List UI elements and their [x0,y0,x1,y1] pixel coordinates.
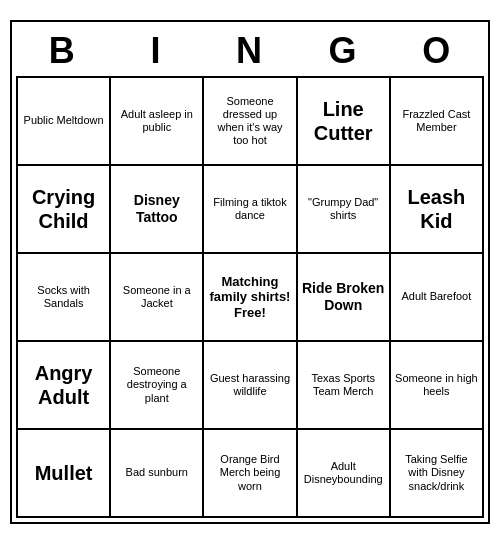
cell-text: "Grumpy Dad" shirts [302,196,385,222]
bingo-cell: Socks with Sandals [18,254,111,342]
bingo-cell: Adult Barefoot [391,254,484,342]
bingo-cell: "Grumpy Dad" shirts [298,166,391,254]
bingo-cell: Adult Disneybounding [298,430,391,518]
header-letter: G [297,26,391,76]
bingo-cell: Public Meltdown [18,78,111,166]
bingo-cell: Someone dressed up when it's way too hot [204,78,297,166]
bingo-cell: Texas Sports Team Merch [298,342,391,430]
cell-text: Bad sunburn [126,466,188,479]
cell-text: Guest harassing wildlife [208,372,291,398]
cell-text: Line Cutter [302,97,385,145]
bingo-cell: Filming a tiktok dance [204,166,297,254]
bingo-grid: Public MeltdownAdult asleep in publicSom… [16,76,484,518]
cell-text: Disney Tattoo [115,192,198,226]
cell-text: Mullet [35,461,93,485]
cell-text: Someone dressed up when it's way too hot [208,95,291,148]
cell-text: Someone in high heels [395,372,478,398]
bingo-cell: Line Cutter [298,78,391,166]
cell-text: Someone destroying a plant [115,365,198,405]
cell-text: Angry Adult [22,361,105,409]
bingo-cell: Taking Selfie with Disney snack/drink [391,430,484,518]
bingo-cell: Someone destroying a plant [111,342,204,430]
cell-text: Socks with Sandals [22,284,105,310]
cell-text: Orange Bird Merch being worn [208,453,291,493]
cell-text: Adult Barefoot [402,290,472,303]
bingo-cell: Matching family shirts! Free! [204,254,297,342]
bingo-card: BINGO Public MeltdownAdult asleep in pub… [10,20,490,524]
bingo-cell: Someone in a Jacket [111,254,204,342]
bingo-cell: Ride Broken Down [298,254,391,342]
cell-text: Texas Sports Team Merch [302,372,385,398]
cell-text: Ride Broken Down [302,280,385,314]
bingo-cell: Adult asleep in public [111,78,204,166]
cell-text: Adult asleep in public [115,108,198,134]
cell-text: Adult Disneybounding [302,460,385,486]
bingo-cell: Orange Bird Merch being worn [204,430,297,518]
header-letter: N [203,26,297,76]
cell-text: Someone in a Jacket [115,284,198,310]
bingo-cell: Someone in high heels [391,342,484,430]
bingo-cell: Crying Child [18,166,111,254]
bingo-cell: Frazzled Cast Member [391,78,484,166]
header-letter: B [16,26,110,76]
bingo-cell: Mullet [18,430,111,518]
header-letter: O [390,26,484,76]
cell-text: Filming a tiktok dance [208,196,291,222]
bingo-cell: Guest harassing wildlife [204,342,297,430]
cell-text: Public Meltdown [24,114,104,127]
cell-text: Frazzled Cast Member [395,108,478,134]
cell-text: Leash Kid [395,185,478,233]
cell-text: Taking Selfie with Disney snack/drink [395,453,478,493]
bingo-cell: Bad sunburn [111,430,204,518]
bingo-cell: Disney Tattoo [111,166,204,254]
bingo-header: BINGO [16,26,484,76]
bingo-cell: Angry Adult [18,342,111,430]
bingo-cell: Leash Kid [391,166,484,254]
header-letter: I [110,26,204,76]
cell-text: Matching family shirts! Free! [208,274,291,321]
cell-text: Crying Child [22,185,105,233]
